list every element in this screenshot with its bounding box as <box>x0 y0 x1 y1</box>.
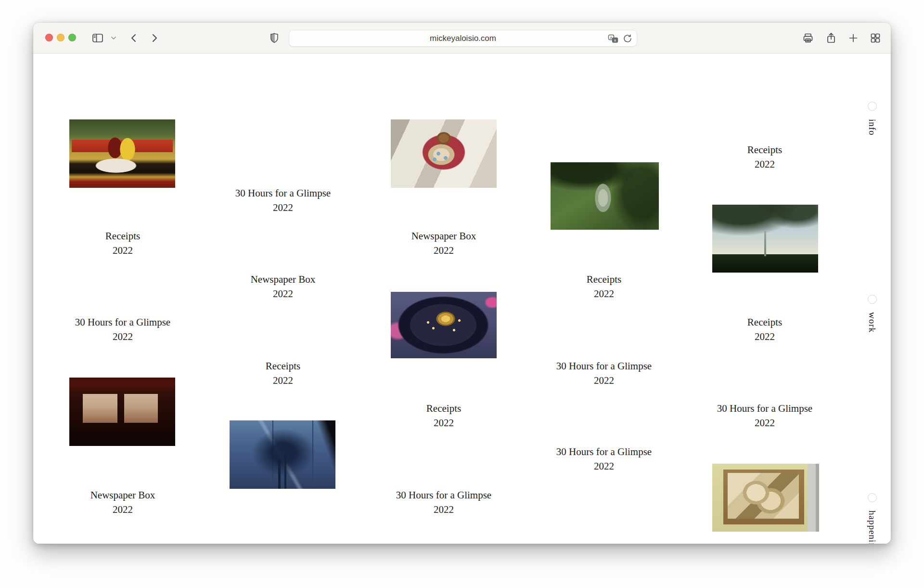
photo-grass-stream[interactable] <box>551 162 659 230</box>
project-title: Receipts <box>46 229 200 243</box>
project-caption[interactable]: 30 Hours for a Glimpse 2022 <box>367 488 521 517</box>
photo-train-windows[interactable] <box>69 378 175 446</box>
project-caption[interactable]: Newspaper Box 2022 <box>367 229 521 258</box>
project-year: 2022 <box>367 416 521 430</box>
project-year: 2022 <box>688 329 842 344</box>
project-caption[interactable]: Receipts 2022 <box>367 401 521 430</box>
sidebar-menu-chevron[interactable] <box>109 23 118 53</box>
project-year: 2022 <box>367 243 521 258</box>
forward-icon <box>150 34 159 42</box>
print-button[interactable] <box>801 23 815 53</box>
project-caption[interactable]: Receipts 2022 <box>688 143 842 171</box>
nav-label-work[interactable]: work <box>867 312 877 333</box>
project-year: 2022 <box>688 157 842 171</box>
project-caption[interactable]: Receipts 2022 <box>46 229 200 258</box>
project-caption[interactable]: Receipts 2022 <box>527 272 681 301</box>
back-icon <box>129 34 138 42</box>
nav-dot-icon[interactable] <box>868 295 877 304</box>
address-bar[interactable]: mickeyaloisio.com Aa <box>289 30 637 47</box>
photo-carnival-ride[interactable] <box>391 292 497 358</box>
zoom-window-button[interactable] <box>68 34 76 41</box>
svg-text:a: a <box>614 38 616 41</box>
project-title: 30 Hours for a Glimpse <box>527 359 681 373</box>
translate-icon: Aa <box>608 34 618 43</box>
project-caption[interactable]: Receipts 2022 <box>688 315 842 344</box>
url-text: mickeyaloisio.com <box>430 34 496 43</box>
new-tab-plus-icon <box>848 33 858 43</box>
new-tab-button[interactable] <box>846 23 860 53</box>
sidebar-icon <box>92 33 103 43</box>
project-year: 2022 <box>527 373 681 388</box>
project-title: Receipts <box>688 143 842 157</box>
translate-button[interactable]: Aa <box>608 34 618 43</box>
browser-toolbar: mickeyaloisio.com Aa <box>33 23 891 53</box>
chevron-down-icon <box>111 36 116 40</box>
share-button[interactable] <box>824 23 838 53</box>
project-year: 2022 <box>206 200 360 215</box>
project-title: Newspaper Box <box>46 488 200 502</box>
project-year: 2022 <box>527 287 681 301</box>
project-caption[interactable]: 30 Hours for a Glimpse 2022 <box>688 401 842 430</box>
nav-item-work[interactable]: work <box>866 295 878 333</box>
project-year: 2022 <box>527 459 681 473</box>
shield-icon <box>270 33 279 43</box>
tab-overview-button[interactable] <box>868 23 883 53</box>
nav-dot-icon[interactable] <box>868 493 877 502</box>
project-year: 2022 <box>206 287 360 301</box>
print-icon <box>802 32 814 44</box>
close-window-button[interactable] <box>45 34 53 41</box>
photo-framed-picture[interactable] <box>712 464 819 532</box>
nav-item-info[interactable]: info <box>866 102 878 136</box>
project-caption[interactable]: 30 Hours for a Glimpse 2022 <box>206 186 360 215</box>
project-caption[interactable]: Newspaper Box 2022 <box>46 488 200 517</box>
project-caption[interactable]: 30 Hours for a Glimpse 2022 <box>527 359 681 388</box>
project-title: Receipts <box>527 272 681 287</box>
minimize-window-button[interactable] <box>57 34 64 41</box>
project-caption[interactable]: 30 Hours for a Glimpse 2022 <box>46 315 200 344</box>
nav-label-info[interactable]: info <box>867 119 877 136</box>
portfolio-grid: Receipts 2022 30 Hours for a Glimpse 202… <box>33 53 891 544</box>
share-icon <box>826 32 836 44</box>
project-title: Newspaper Box <box>206 272 360 287</box>
project-caption[interactable]: Newspaper Box 2022 <box>206 272 360 301</box>
project-title: Receipts <box>688 315 842 329</box>
sidebar-toggle-button[interactable] <box>90 23 105 53</box>
nav-label-happenings[interactable]: happenings <box>867 510 877 544</box>
project-year: 2022 <box>688 416 842 430</box>
forward-button[interactable] <box>148 23 161 53</box>
privacy-report-button[interactable] <box>268 23 281 53</box>
reload-button[interactable] <box>623 34 632 43</box>
project-year: 2022 <box>46 502 200 517</box>
project-title: 30 Hours for a Glimpse <box>367 488 521 502</box>
project-year: 2022 <box>206 373 360 388</box>
photo-field-derrick[interactable] <box>712 205 818 273</box>
reload-icon <box>623 34 632 43</box>
nav-dot-icon[interactable] <box>868 102 877 111</box>
project-caption[interactable]: Receipts 2022 <box>206 359 360 388</box>
nav-item-happenings[interactable]: happenings <box>866 493 878 544</box>
project-title: Newspaper Box <box>367 229 521 243</box>
project-title: 30 Hours for a Glimpse <box>46 315 200 329</box>
project-title: 30 Hours for a Glimpse <box>206 186 360 200</box>
project-title: Receipts <box>367 401 521 416</box>
project-title: Receipts <box>206 359 360 373</box>
project-year: 2022 <box>46 329 200 344</box>
project-year: 2022 <box>367 502 521 517</box>
project-caption[interactable]: 30 Hours for a Glimpse 2022 <box>527 444 681 473</box>
photo-pastry-basket[interactable] <box>391 119 497 188</box>
browser-window: mickeyaloisio.com Aa <box>33 23 891 544</box>
project-title: 30 Hours for a Glimpse <box>688 401 842 416</box>
back-button[interactable] <box>128 23 140 53</box>
project-title: 30 Hours for a Glimpse <box>527 444 681 459</box>
photo-lemonade-stand[interactable] <box>69 119 175 188</box>
project-year: 2022 <box>46 243 200 258</box>
tab-overview-icon <box>870 33 881 43</box>
photo-blue-abstract[interactable] <box>230 420 335 489</box>
